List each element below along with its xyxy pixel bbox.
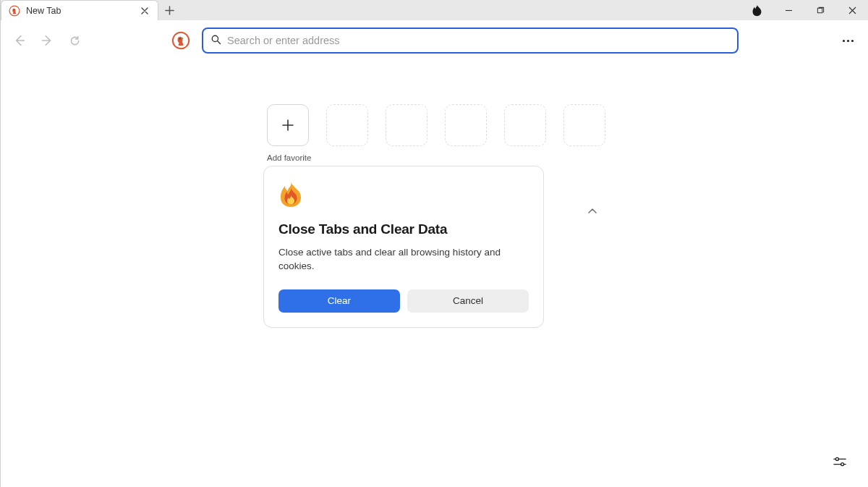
maximize-button[interactable] bbox=[804, 0, 836, 20]
dialog-body: Close active tabs and clear all browsing… bbox=[278, 246, 529, 274]
fire-dialog: Close Tabs and Clear Data Close active t… bbox=[263, 166, 544, 328]
duckduckgo-favicon bbox=[9, 5, 20, 17]
svg-point-2 bbox=[14, 9, 14, 9]
favorite-placeholder bbox=[445, 104, 487, 146]
svg-point-6 bbox=[179, 38, 181, 40]
fire-icon bbox=[278, 181, 303, 208]
svg-rect-3 bbox=[817, 8, 822, 12]
cancel-button[interactable]: Cancel bbox=[407, 289, 529, 313]
close-tab-button[interactable] bbox=[139, 5, 150, 17]
favorite-placeholder bbox=[504, 104, 546, 146]
title-bar: New Tab bbox=[1, 0, 868, 20]
favorite-placeholder bbox=[563, 104, 605, 146]
fire-button[interactable] bbox=[741, 0, 773, 20]
minimize-button[interactable] bbox=[773, 0, 804, 20]
more-menu-button[interactable] bbox=[836, 29, 859, 52]
favorite-placeholder bbox=[386, 104, 427, 146]
tab-title: New Tab bbox=[26, 6, 133, 16]
svg-point-10 bbox=[851, 39, 853, 41]
address-bar[interactable] bbox=[202, 27, 739, 54]
back-button[interactable] bbox=[9, 30, 30, 51]
reload-button[interactable] bbox=[64, 30, 85, 51]
address-input[interactable] bbox=[227, 35, 730, 46]
favorites-row bbox=[267, 104, 605, 146]
window-controls bbox=[741, 0, 868, 20]
browser-tab[interactable]: New Tab bbox=[1, 0, 158, 20]
dialog-title: Close Tabs and Clear Data bbox=[278, 221, 529, 237]
search-icon bbox=[210, 34, 221, 48]
toolbar bbox=[1, 20, 868, 61]
collapse-button[interactable] bbox=[585, 204, 600, 219]
favorite-placeholder bbox=[326, 104, 368, 146]
clear-button[interactable]: Clear bbox=[278, 289, 400, 313]
duckduckgo-logo bbox=[171, 31, 190, 50]
new-tab-page: Add favorite Close Tabs and Clear Data C… bbox=[1, 61, 868, 487]
svg-point-9 bbox=[846, 39, 848, 41]
forward-button[interactable] bbox=[37, 30, 57, 51]
new-tab-button[interactable] bbox=[158, 0, 180, 20]
add-favorite-tile[interactable] bbox=[267, 104, 309, 146]
close-window-button[interactable] bbox=[836, 0, 868, 20]
customize-button[interactable] bbox=[830, 452, 849, 471]
browser-window: New Tab bbox=[0, 0, 868, 487]
svg-point-7 bbox=[212, 35, 218, 41]
add-favorite-label: Add favorite bbox=[267, 153, 311, 162]
svg-point-8 bbox=[842, 39, 844, 41]
